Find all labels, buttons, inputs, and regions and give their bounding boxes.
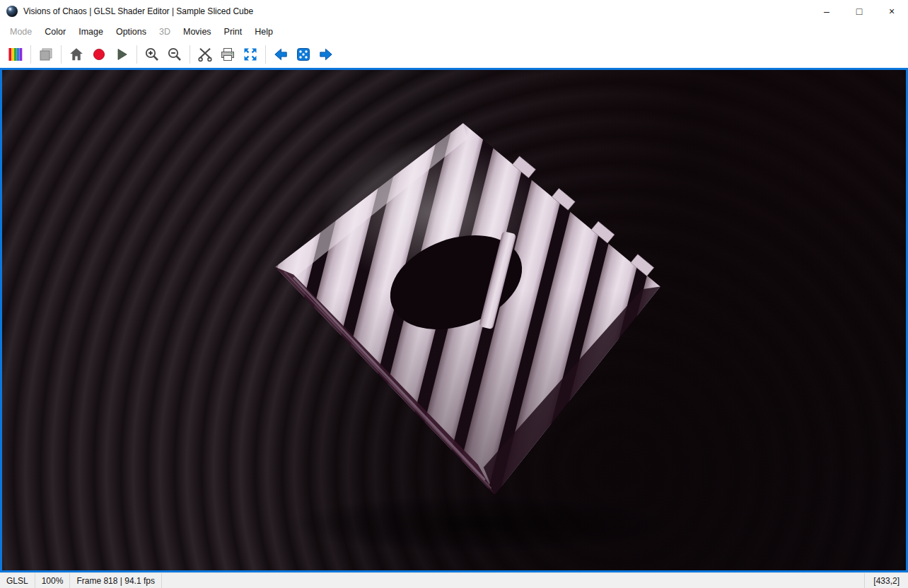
menu-item-3d: 3D	[153, 25, 177, 39]
maximize-button[interactable]: □	[843, 0, 875, 23]
minimize-button[interactable]: –	[810, 0, 843, 23]
fullscreen-button[interactable]	[240, 44, 261, 65]
statusbar: GLSL 100% Frame 818 | 94.1 fps [433,2]	[0, 572, 908, 588]
palette-button[interactable]	[5, 44, 26, 65]
window-controls: – □ ×	[810, 0, 908, 23]
status-spacer	[162, 573, 864, 588]
stop-button	[35, 44, 57, 65]
toolbar-separator	[136, 45, 137, 64]
stop-icon	[37, 46, 54, 63]
fullscreen-icon	[242, 46, 259, 63]
home-icon	[68, 46, 85, 63]
shader-render-scene	[2, 70, 906, 570]
print-icon	[219, 46, 236, 63]
object-shadow	[287, 495, 674, 553]
next-icon	[318, 46, 334, 63]
play-icon	[113, 46, 130, 63]
menu-item-options[interactable]: Options	[110, 25, 153, 39]
menu-item-movies[interactable]: Movies	[177, 25, 218, 39]
record-icon	[91, 46, 107, 63]
previous-button[interactable]	[270, 44, 291, 65]
edit-tools-button[interactable]	[194, 44, 216, 65]
toolbar-separator	[61, 45, 62, 64]
status-zoom: 100%	[35, 573, 71, 588]
app-window: Visions of Chaos | GLSL Shader Editor | …	[0, 0, 908, 588]
menu-item-print[interactable]: Print	[218, 25, 249, 39]
play-button[interactable]	[111, 44, 132, 65]
menubar: Mode Color Image Options 3D Movies Print…	[0, 23, 908, 40]
random-button[interactable]	[293, 44, 314, 65]
menu-item-help[interactable]: Help	[248, 25, 279, 39]
random-dice-icon	[295, 46, 312, 63]
record-button[interactable]	[88, 44, 110, 65]
toolbar-separator	[190, 45, 190, 64]
zoom-out-button[interactable]	[164, 44, 185, 65]
home-button[interactable]	[66, 44, 87, 65]
next-button[interactable]	[315, 44, 337, 65]
close-button[interactable]: ×	[875, 0, 908, 23]
menu-item-image[interactable]: Image	[72, 25, 110, 39]
render-viewport[interactable]	[0, 68, 908, 572]
menu-item-color[interactable]: Color	[38, 25, 72, 39]
print-button[interactable]	[217, 44, 238, 65]
edit-tools-icon	[197, 46, 214, 63]
menu-item-mode: Mode	[4, 25, 38, 39]
window-title: Visions of Chaos | GLSL Shader Editor | …	[23, 6, 253, 16]
previous-icon	[272, 46, 289, 63]
app-icon	[6, 5, 18, 18]
toolbar	[0, 40, 908, 68]
zoom-out-icon	[166, 46, 183, 63]
zoom-in-button[interactable]	[141, 44, 163, 65]
sliced-cube-object	[275, 123, 660, 495]
status-coordinates: [433,2]	[864, 573, 908, 588]
zoom-in-icon	[144, 46, 161, 63]
palette-icon	[7, 46, 24, 63]
status-frame: Frame 818 | 94.1 fps	[70, 573, 162, 588]
status-mode: GLSL	[0, 573, 35, 588]
titlebar[interactable]: Visions of Chaos | GLSL Shader Editor | …	[0, 0, 908, 23]
toolbar-separator	[265, 45, 266, 64]
toolbar-separator	[30, 45, 31, 64]
